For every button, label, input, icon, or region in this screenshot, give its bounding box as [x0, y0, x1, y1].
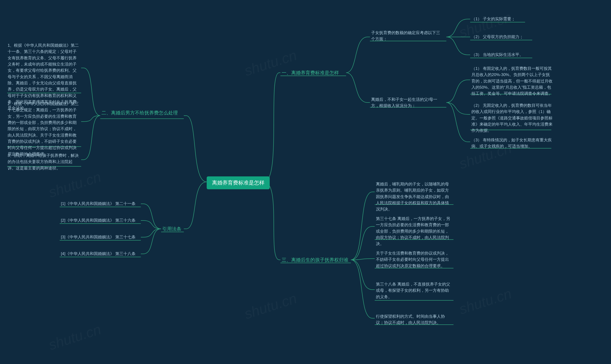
watermark-text: shutu.cn — [47, 321, 103, 353]
branch-1-sub-1-label: 子女抚育费的数额的确定应考虑以下三个方面： — [371, 30, 440, 41]
b3-leaf-3-text: 关于子女生活费和教育费的协议或判决，不妨碍子女在必要时向父母任何一方提出超过协议… — [376, 251, 449, 268]
b3-leaf-1-text: 离婚后，哺乳期内的子女，以随哺乳的母亲抚养为原则。哺乳期后的子女，如双方因抚养问… — [376, 182, 449, 211]
branch-1-sub-1[interactable]: 子女抚育费的数额的确定应考虑以下三个方面： — [371, 30, 443, 42]
watermark: shutu.cn — [242, 290, 299, 323]
b1s1-leaf-1-text: （1） 子女的实际需要； — [471, 17, 515, 21]
branch-1-sub-2-label: 离婚后，不和子女一起生活的父/母一方，根据收入状况分为： — [371, 97, 437, 108]
b3-leaf-3[interactable]: 关于子女生活费和教育费的协议或判决，不妨碍子女在必要时向父母任何一方提出超过协议… — [376, 250, 452, 269]
b4-leaf-4[interactable]: [4]《中华人民共和国婚姻法》 第三十八条 — [61, 251, 136, 257]
b1s1-leaf-2[interactable]: （2） 父母双方的负担能力； — [471, 34, 523, 40]
b1s2-leaf-2-text: （2） 无固定收入的，抚育费的数目可依当年的收入或同行业的年平均收入，参照（1）… — [471, 103, 553, 133]
root-node[interactable]: 离婚养育费标准是怎样 — [207, 176, 270, 189]
b1s2-leaf-3[interactable]: （3） 有特殊情况的，如子女长期患有重大疾病、或子女残疾的，可适当增加。 — [471, 137, 553, 150]
b4-leaf-1[interactable]: [1]《中华人民共和国婚姻法》 第二十一条 — [61, 201, 136, 207]
branch-4[interactable]: 引用法条 — [162, 225, 181, 233]
b3-leaf-5[interactable]: 行使探望权利的方式、时间由当事人协议；协议不成时，由人民法院判决。 — [376, 313, 452, 326]
branch-2-label: 二、离婚后男方不给抚养费怎么处理 — [101, 110, 178, 115]
b2-leaf-2-text: 2、根据《中华人民共和国婚姻法》第三十七条之规定：离婚后，一方抚养的子女，另一方… — [8, 102, 79, 156]
watermark-text: shutu.cn — [47, 169, 103, 201]
branch-3[interactable]: 三、离婚后生的孩子抚养权归谁 — [282, 256, 348, 264]
b4-leaf-2-text: [2]《中华人民共和国婚姻法》 第三十六条 — [61, 218, 136, 223]
branch-3-label: 三、离婚后生的孩子抚养权归谁 — [282, 257, 348, 262]
b1s1-leaf-1[interactable]: （1） 子女的实际需要； — [471, 16, 515, 22]
b1s2-leaf-1[interactable]: （1） 有固定收入的，抚育费数目一般可按其月总收入的20%-30%。负担两个以上… — [471, 65, 553, 97]
b2-leaf-2[interactable]: 2、根据《中华人民共和国婚姻法》第三十七条之规定：离婚后，一方抚养的子女，另一方… — [8, 101, 79, 157]
b3-leaf-5-text: 行使探望权利的方式、时间由当事人协议；协议不成时，由人民法院判决。 — [376, 314, 445, 325]
b3-leaf-4-text: 第三十八条 离婚后，不直接抚养子女的父或母，有探望子女的权利，另一方有协助的义务… — [376, 282, 450, 299]
branch-1-sub-2[interactable]: 离婚后，不和子女一起生活的父/母一方，根据收入状况分为： — [371, 97, 443, 109]
mindmap-canvas: { "root": "离婚养育费标准是怎样", "right": { "b1":… — [0, 0, 611, 364]
b1s1-leaf-2-text: （2） 父母双方的负担能力； — [471, 35, 523, 39]
branch-1[interactable]: 一、离婚养育费标准是怎样 — [282, 69, 339, 77]
b1s1-leaf-3[interactable]: （3） 当地的实际生活水平。 — [471, 52, 523, 58]
b2-leaf-3-text: 3、所以，离婚不给孩子抚养费时，解决的办法包括夫妻双方协商和上法院起诉。这是最主… — [8, 153, 79, 170]
b4-leaf-2[interactable]: [2]《中华人民共和国婚姻法》 第三十六条 — [61, 217, 136, 224]
b4-leaf-4-text: [4]《中华人民共和国婚姻法》 第三十八条 — [61, 251, 136, 256]
b1s2-leaf-1-text: （1） 有固定收入的，抚育费数目一般可按其月总收入的20%-30%。负担两个以上… — [471, 66, 553, 96]
branch-4-label: 引用法条 — [162, 226, 181, 232]
b1s2-leaf-3-text: （3） 有特殊情况的，如子女长期患有重大疾病、或子女残疾的，可适当增加。 — [471, 138, 552, 148]
b3-leaf-2[interactable]: 第三十七条 离婚后，一方抚养的子女，另一方应负担必要的生活费和教育费的一部或全部… — [376, 216, 452, 247]
watermark: shutu.cn — [457, 285, 514, 318]
root-label: 离婚养育费标准是怎样 — [212, 180, 264, 186]
b2-leaf-3[interactable]: 3、所以，离婚不给孩子抚养费时，解决的办法包括夫妻双方协商和上法院起诉。这是最主… — [8, 153, 79, 171]
b3-leaf-1[interactable]: 离婚后，哺乳期内的子女，以随哺乳的母亲抚养为原则。哺乳期后的子女，如双方因抚养问… — [376, 181, 452, 213]
b3-leaf-2-text: 第三十七条 离婚后，一方抚养的子女，另一方应负担必要的生活费和教育费的一部或全部… — [376, 216, 450, 246]
branch-1-label: 一、离婚养育费标准是怎样 — [282, 70, 339, 75]
watermark: shutu.cn — [47, 321, 103, 353]
b4-leaf-3-text: [3]《中华人民共和国婚姻法》 第三十七条 — [61, 235, 136, 239]
b4-leaf-1-text: [1]《中华人民共和国婚姻法》 第二十一条 — [61, 201, 136, 206]
b2-leaf-1-text: 1、根据《中华人民共和国婚姻法》第二十一条、第三十六条的规定：父母对子女有抚养教… — [8, 43, 79, 110]
b3-leaf-4[interactable]: 第三十八条 离婚后，不直接抚养子女的父或母，有探望子女的权利，另一方有协助的义务… — [376, 281, 452, 300]
watermark-text: shutu.cn — [457, 286, 514, 317]
b4-leaf-3[interactable]: [3]《中华人民共和国婚姻法》 第三十七条 — [61, 234, 136, 240]
branch-2[interactable]: 二、离婚后男方不给抚养费怎么处理 — [101, 109, 178, 117]
b1s1-leaf-3-text: （3） 当地的实际生活水平。 — [471, 52, 523, 57]
watermark-text: shutu.cn — [242, 290, 299, 322]
watermark: shutu.cn — [47, 169, 103, 201]
b1s2-leaf-2[interactable]: （2） 无固定收入的，抚育费的数目可依当年的收入或同行业的年平均收入，参照（1）… — [471, 103, 553, 134]
